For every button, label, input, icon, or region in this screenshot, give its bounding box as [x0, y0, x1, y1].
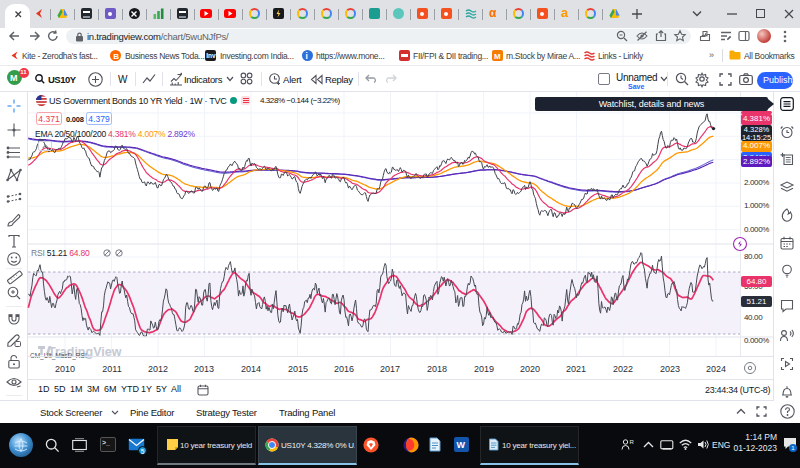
svg-text:R: R — [630, 439, 635, 445]
